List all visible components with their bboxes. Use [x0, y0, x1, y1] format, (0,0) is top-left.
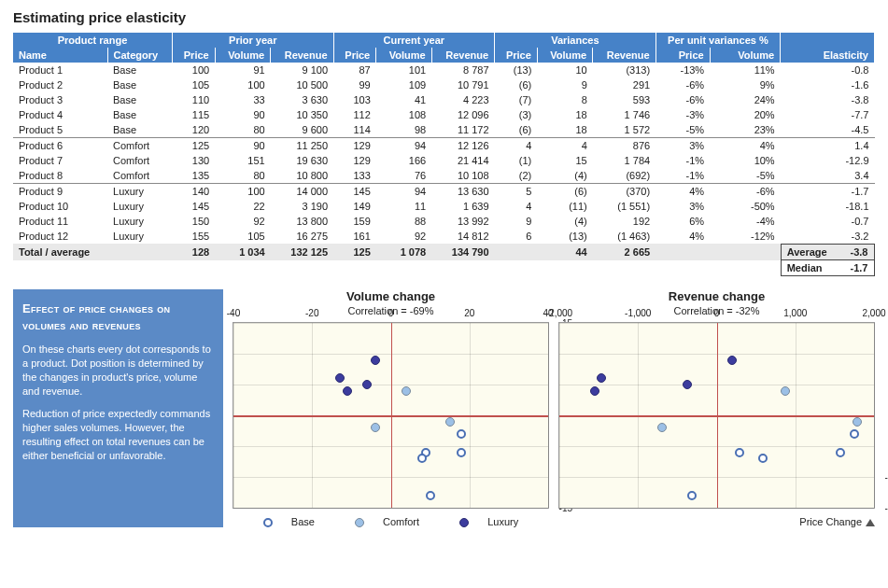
data-point: [362, 380, 372, 389]
triangle-icon: [866, 519, 875, 526]
data-point: [426, 491, 435, 500]
elasticity-table: Product range Prior year Current year Va…: [13, 33, 875, 276]
group-product: Product range: [13, 33, 173, 48]
table-row: Product 11Luxury1509213 8001598813 9929(…: [13, 214, 875, 229]
table-row: Product 8Comfort1358010 8001337610 108(2…: [13, 168, 875, 184]
chart-revenue: Revenue change Correlation = -32% -2,000…: [558, 289, 875, 527]
total-row: Total / average1281 034132 1251251 07813…: [13, 244, 875, 260]
data-point: [781, 386, 790, 396]
data-point: [735, 448, 744, 457]
data-point: [657, 423, 667, 432]
table-row: Product 5Base120809 6001149811 172(6)181…: [13, 122, 875, 138]
data-point: [683, 380, 692, 389]
data-point: [457, 429, 466, 439]
data-point: [836, 448, 845, 457]
table-row: Product 10Luxury145223 190149111 6394(11…: [13, 199, 875, 214]
legend: Base Comfort Luxury: [233, 516, 549, 527]
table-row: Product 9Luxury14010014 0001459413 6305(…: [13, 184, 875, 200]
data-point: [371, 423, 380, 432]
group-prior: Prior year: [173, 33, 334, 48]
sidebar-p1: On these charts every dot corresponds to…: [22, 343, 214, 398]
table-row: Product 7Comfort13015119 63012916621 414…: [13, 153, 875, 168]
chart-title: Volume change: [233, 289, 549, 303]
median-row: Median-1.7: [13, 260, 875, 276]
data-point: [850, 429, 859, 439]
sidebar-p2: Reduction of price expectedly commands h…: [22, 407, 214, 462]
table-row: Product 4Base1159010 35011210812 096(3)1…: [13, 107, 875, 122]
data-point: [417, 454, 427, 463]
group-current: Current year: [333, 33, 495, 48]
info-sidebar: Effect of price changes on volumes and r…: [13, 289, 223, 527]
legend-swatch-luxury: [459, 518, 469, 527]
group-perunit: Per unit variances %: [655, 33, 781, 48]
table-row: Product 1Base100919 100871018 787(13)10(…: [13, 63, 875, 77]
chart-volume: Volume change Correlation = -69% -40-200…: [233, 289, 549, 527]
plot-area: -40-2002040-15-10-5051015: [233, 322, 549, 509]
plot-area: -2,000-1,00001,0002,000-15-10-5051015: [558, 322, 875, 509]
data-point: [853, 417, 862, 427]
sidebar-heading: Effect of price changes on volumes and r…: [22, 301, 214, 333]
data-point: [590, 386, 599, 396]
legend-swatch-base: [263, 518, 273, 527]
header-row: Name Category Price Volume Revenue Price…: [13, 48, 875, 63]
table-row: Product 6Comfort1259011 2501299412 12644…: [13, 138, 875, 154]
data-point: [445, 417, 455, 427]
chart-title: Revenue change: [558, 289, 875, 303]
table-row: Product 12Luxury15510516 2751619214 8126…: [13, 229, 875, 244]
data-point: [727, 356, 737, 365]
data-point: [457, 448, 466, 457]
data-point: [343, 386, 352, 396]
table-row: Product 3Base110333 630103414 223(7)8593…: [13, 92, 875, 107]
group-variances: Variances: [495, 33, 656, 48]
data-point: [758, 454, 768, 463]
data-point: [402, 386, 411, 396]
data-point: [371, 356, 380, 365]
price-change-label: Price Change: [558, 516, 875, 527]
data-point: [687, 491, 697, 500]
data-point: [335, 373, 345, 383]
legend-swatch-comfort: [355, 518, 364, 527]
group-blank: [781, 33, 875, 48]
data-point: [597, 373, 606, 383]
table-row: Product 2Base10510010 5009910910 791(6)9…: [13, 77, 875, 92]
page-title: Estimating price elasticity: [13, 9, 875, 25]
